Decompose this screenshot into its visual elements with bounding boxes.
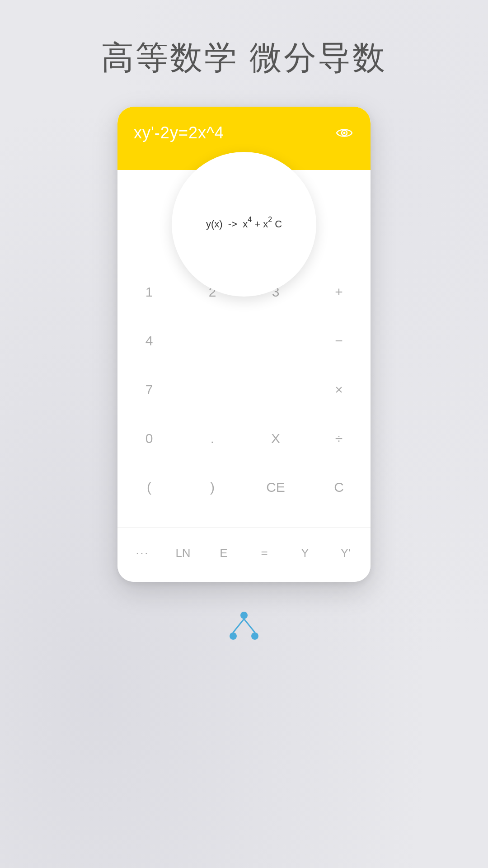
- svg-line-7: [244, 619, 255, 632]
- func-row: ··· LN E = Y Y': [117, 527, 371, 582]
- key-row-3: 7 ×: [127, 367, 361, 412]
- key-empty-3: [190, 367, 235, 412]
- key-1[interactable]: 1: [127, 269, 172, 315]
- key-7[interactable]: 7: [127, 367, 172, 412]
- key-divide[interactable]: ÷: [316, 416, 361, 461]
- key-y[interactable]: Y: [285, 535, 325, 571]
- svg-point-2: [343, 132, 346, 134]
- key-open-paren[interactable]: (: [127, 465, 172, 510]
- key-row-5: ( ) CE C: [127, 465, 361, 510]
- key-empty-4: [253, 367, 298, 412]
- key-plus[interactable]: +: [316, 269, 361, 315]
- key-multiply[interactable]: ×: [316, 367, 361, 412]
- key-more[interactable]: ···: [122, 535, 163, 571]
- key-close-paren[interactable]: ): [190, 465, 235, 510]
- svg-point-5: [251, 632, 258, 640]
- calc-header-row: xy'-2y=2x^4: [134, 123, 354, 143]
- key-row-2: 4 −: [127, 318, 361, 363]
- keypad: 1 2 3 + 4 − 7 ×: [117, 269, 371, 527]
- svg-point-4: [230, 632, 237, 640]
- key-ce[interactable]: CE: [253, 465, 298, 510]
- brand-section: [226, 609, 262, 645]
- key-minus[interactable]: −: [316, 318, 361, 363]
- calc-expression: xy'-2y=2x^4: [134, 123, 224, 142]
- key-empty-1: [190, 318, 235, 363]
- key-empty-2: [253, 318, 298, 363]
- eye-icon[interactable]: [334, 123, 354, 143]
- key-equals[interactable]: =: [244, 535, 285, 571]
- key-c[interactable]: C: [316, 465, 361, 510]
- key-x[interactable]: X: [253, 416, 298, 461]
- page-title: 高等数学 微分导数: [101, 36, 387, 80]
- brand-tree-icon: [226, 609, 262, 645]
- calculator-wrapper: y(x) -> x4 + x2 C xy'-2y=2x^4: [117, 107, 371, 582]
- key-y-prime[interactable]: Y': [325, 535, 366, 571]
- svg-line-6: [233, 619, 244, 632]
- result-bubble: y(x) -> x4 + x2 C: [172, 152, 316, 297]
- key-0[interactable]: 0: [127, 416, 172, 461]
- result-formula: y(x) -> x4 + x2 C: [206, 215, 282, 233]
- key-row-4: 0 . X ÷: [127, 416, 361, 461]
- svg-point-3: [240, 612, 248, 619]
- key-e[interactable]: E: [203, 535, 244, 571]
- key-dot[interactable]: .: [190, 416, 235, 461]
- key-ln[interactable]: LN: [163, 535, 203, 571]
- key-4[interactable]: 4: [127, 318, 172, 363]
